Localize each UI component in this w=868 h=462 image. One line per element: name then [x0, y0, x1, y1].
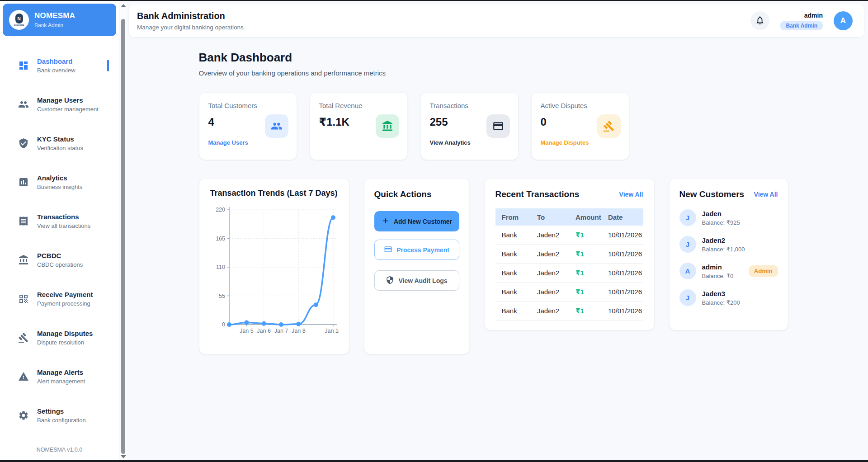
sidebar-item-dashboard[interactable]: DashboardBank overview	[0, 52, 119, 79]
sidebar-item-transactions[interactable]: TransactionsView all transactions	[0, 208, 119, 234]
page-title: Bank Dashboard	[199, 51, 797, 65]
transaction-trends-card: Transaction Trends (Last 7 Days) 0551101…	[199, 178, 349, 354]
user-name: admin	[804, 12, 823, 19]
recent-transactions-title: Recent Transactions	[495, 189, 580, 199]
credit-card-icon	[486, 114, 510, 138]
table-row: Bank Jaden2 ₹1 10/01/2026	[495, 302, 643, 321]
bell-icon	[755, 15, 765, 27]
user-meta: admin Bank Admin	[780, 12, 823, 30]
table-row: Bank Jaden2 ₹1 10/01/2026	[495, 245, 643, 264]
stat-card-total-customers: Total Customers 4 Manage Users	[199, 92, 297, 160]
transactions-table: From To Amount Date Bank Jaden2 ₹1 10/01…	[495, 208, 643, 321]
table-row: Bank Jaden2 ₹1 10/01/2026	[495, 264, 643, 283]
users-icon	[18, 99, 29, 110]
main-area: Bank Administration Manage your digital …	[127, 1, 868, 460]
sidebar-item-settings[interactable]: SettingsBank configuration	[0, 402, 119, 429]
transactions-view-all-link[interactable]: View All	[619, 191, 643, 198]
svg-text:220: 220	[216, 207, 225, 213]
page-subtitle: Overview of your banking operations and …	[199, 69, 797, 77]
customer-avatar: J	[679, 236, 696, 253]
brand-role: Bank Admin	[34, 22, 75, 28]
widgets-row: Transaction Trends (Last 7 Days) 0551101…	[199, 178, 797, 354]
list-item: A adminBalance: ₹0 Admin	[679, 263, 778, 279]
svg-text:165: 165	[216, 236, 225, 242]
process-payment-button[interactable]: Process Payment	[374, 240, 459, 260]
svg-text:110: 110	[216, 264, 225, 270]
svg-text:Jan 8: Jan 8	[292, 328, 306, 334]
scrollbar-up-arrow-icon[interactable]	[121, 4, 126, 7]
plus-icon	[381, 217, 390, 226]
bank-icon	[376, 114, 399, 138]
gavel-icon	[18, 332, 29, 343]
table-row: Bank Jaden2 ₹1 10/01/2026	[495, 226, 643, 245]
shield-icon	[386, 276, 394, 286]
credit-card-icon	[384, 245, 392, 255]
stat-card-active-disputes: Active Disputes 0 Manage Disputes	[531, 92, 629, 160]
sidebar-item-receive-payment[interactable]: Receive PaymentPayment processing	[0, 286, 119, 312]
scrollbar-thumb[interactable]	[121, 19, 125, 454]
recent-transactions-card: Recent Transactions View All From To Amo…	[484, 178, 655, 330]
nomesma-logo-icon: N NOMESMA	[9, 10, 29, 30]
alert-triangle-icon	[18, 371, 29, 382]
sidebar-item-pcbdc[interactable]: PCBDCCBDC operations	[0, 247, 119, 273]
view-analytics-link[interactable]: View Analytics	[430, 139, 471, 146]
notifications-button[interactable]	[750, 11, 769, 30]
sidebar: N NOMESMA NOMESMA Bank Admin DashboardBa…	[0, 1, 119, 460]
list-item: J Jaden3Balance: ₹200	[679, 289, 778, 306]
brand-name: NOMESMA	[34, 11, 75, 20]
sidebar-item-analytics[interactable]: AnalyticsBusiness insights	[0, 169, 119, 195]
scrollbar	[119, 1, 127, 460]
svg-text:Jan 6: Jan 6	[257, 328, 271, 334]
admin-badge: Admin	[749, 265, 778, 277]
gear-icon	[18, 410, 29, 421]
header-title: Bank Administration	[137, 11, 244, 21]
list-item: J JadenBalance: ₹925	[679, 209, 778, 226]
view-audit-logs-button[interactable]: View Audit Logs	[374, 270, 459, 291]
bank-icon	[18, 255, 29, 265]
sidebar-nav: DashboardBank overview Manage UsersCusto…	[0, 39, 119, 440]
users-icon	[265, 114, 288, 138]
header-subtitle: Manage your digital banking operations	[137, 24, 244, 31]
list-item: J Jaden2Balance: ₹1,000	[679, 236, 778, 253]
customer-avatar: J	[679, 289, 696, 306]
svg-text:Jan 10: Jan 10	[325, 328, 339, 334]
qr-code-icon	[18, 293, 29, 304]
shield-check-icon	[18, 138, 29, 149]
dashboard-content: Bank Dashboard Overview of your banking …	[127, 37, 868, 460]
gavel-icon	[597, 114, 621, 138]
sidebar-version: NOMESMA v1.0.0	[0, 440, 119, 460]
dashboard-grid-icon	[18, 60, 29, 71]
chart-title: Transaction Trends (Last 7 Days)	[210, 189, 338, 198]
table-row: Bank Jaden2 ₹1 10/01/2026	[495, 283, 643, 302]
manage-disputes-link[interactable]: Manage Disputes	[541, 139, 589, 146]
bar-chart-icon	[18, 177, 29, 188]
quick-actions-title: Quick Actions	[374, 189, 459, 199]
new-customers-card: New Customers View All J JadenBalance: ₹…	[669, 178, 788, 330]
scrollbar-down-arrow-icon[interactable]	[121, 455, 126, 458]
top-header: Bank Administration Manage your digital …	[129, 5, 864, 37]
stats-row: Total Customers 4 Manage Users Total Rev…	[199, 92, 797, 160]
avatar[interactable]: A	[834, 11, 853, 30]
sidebar-item-manage-users[interactable]: Manage UsersCustomer management	[0, 91, 119, 118]
customer-avatar: A	[679, 263, 696, 279]
svg-text:55: 55	[219, 293, 225, 299]
sidebar-item-kyc-status[interactable]: KYC StatusVerification status	[0, 130, 119, 156]
customer-avatar: J	[679, 209, 696, 226]
stat-card-total-revenue: Total Revenue ₹1.1K	[310, 92, 408, 160]
customers-list: J JadenBalance: ₹925 J Jaden2Balance: ₹1…	[679, 209, 778, 306]
manage-users-link[interactable]: Manage Users	[208, 139, 248, 146]
table-header-row: From To Amount Date	[495, 208, 643, 226]
user-role-badge: Bank Admin	[780, 21, 823, 30]
sidebar-item-manage-disputes[interactable]: Manage DisputesDispute resolution	[0, 325, 119, 351]
active-indicator	[107, 60, 109, 71]
stat-card-transactions: Transactions 255 View Analytics	[420, 92, 519, 160]
svg-text:Jan 5: Jan 5	[240, 328, 254, 334]
new-customers-title: New Customers	[679, 189, 745, 199]
svg-text:0: 0	[222, 321, 225, 328]
customers-view-all-link[interactable]: View All	[754, 191, 778, 198]
sidebar-item-manage-alerts[interactable]: Manage AlertsAlert management	[0, 363, 119, 390]
receipt-icon	[18, 216, 29, 226]
add-new-customer-button[interactable]: Add New Customer	[374, 211, 459, 231]
sidebar-brand: N NOMESMA NOMESMA Bank Admin	[3, 4, 116, 36]
quick-actions-card: Quick Actions Add New Customer Process P…	[364, 178, 470, 354]
